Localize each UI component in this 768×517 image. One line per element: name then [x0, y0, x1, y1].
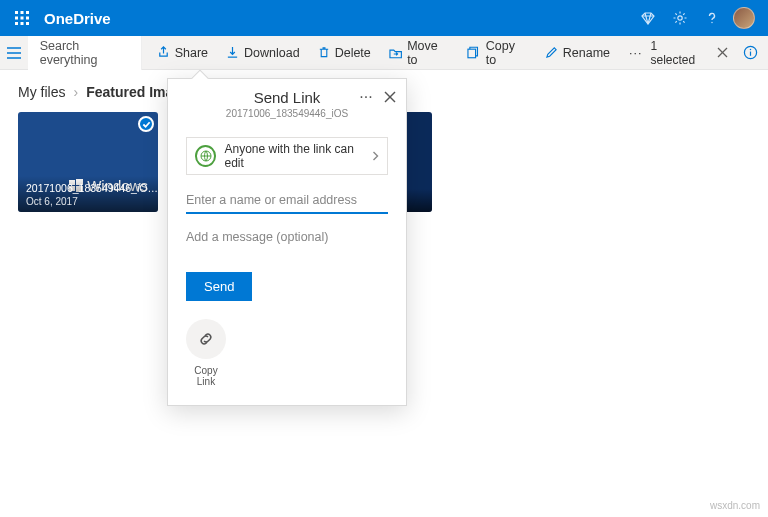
svg-rect-8: [26, 22, 29, 25]
send-link-dialog: Send Link 20171006_183549446_iOS ··· Any…: [167, 78, 407, 406]
close-icon: [384, 91, 396, 103]
svg-rect-1: [21, 11, 24, 14]
search-placeholder: Search everything: [40, 39, 129, 67]
dialog-close-button[interactable]: [380, 87, 400, 107]
premium-icon[interactable]: [632, 2, 664, 34]
rename-icon: [545, 46, 558, 59]
breadcrumb-current: Featured Ima: [86, 84, 173, 100]
copy-link-section: Copy Link: [186, 319, 388, 387]
breadcrumb-separator-icon: ›: [73, 84, 78, 100]
send-button[interactable]: Send: [186, 272, 252, 301]
svg-rect-2: [26, 11, 29, 14]
link-icon: [197, 330, 215, 348]
download-icon: [226, 46, 239, 59]
command-bar: Search everything Share Download Delete …: [0, 36, 768, 70]
svg-rect-5: [26, 17, 29, 20]
avatar-icon: [733, 7, 755, 29]
share-label: Share: [175, 46, 208, 60]
selection-check-icon[interactable]: [138, 116, 154, 132]
link-permission-selector[interactable]: Anyone with the link can edit: [186, 137, 388, 175]
info-pane-button[interactable]: [740, 43, 760, 63]
close-icon: [717, 47, 728, 58]
svg-rect-6: [15, 22, 18, 25]
nav-toggle-button[interactable]: [0, 47, 28, 59]
watermark: wsxdn.com: [710, 500, 760, 511]
file-date: Oct 6, 2017: [26, 196, 150, 207]
permission-label: Anyone with the link can edit: [224, 142, 372, 170]
copy-to-icon: [467, 46, 480, 59]
move-to-button[interactable]: Move to: [382, 35, 457, 71]
svg-rect-14: [468, 49, 476, 58]
svg-rect-7: [21, 22, 24, 25]
globe-icon: [195, 145, 216, 167]
app-title: OneDrive: [44, 10, 111, 27]
app-launcher-button[interactable]: [8, 4, 36, 32]
settings-icon[interactable]: [664, 2, 696, 34]
move-to-label: Move to: [407, 39, 449, 67]
svg-rect-0: [15, 11, 18, 14]
search-input[interactable]: Search everything: [28, 36, 142, 70]
copy-to-button[interactable]: Copy to: [460, 35, 533, 71]
download-label: Download: [244, 46, 300, 60]
selection-count: 1 selected: [651, 39, 705, 67]
breadcrumb-root[interactable]: My files: [18, 84, 65, 100]
app-header: OneDrive: [0, 0, 768, 36]
dialog-header: Send Link 20171006_183549446_iOS ···: [168, 79, 406, 127]
delete-icon: [318, 46, 330, 59]
copy-link-label: Copy Link: [186, 365, 226, 387]
delete-label: Delete: [335, 46, 371, 60]
copy-link-button[interactable]: [186, 319, 226, 359]
info-icon: [743, 45, 758, 60]
dialog-subtitle: 20171006_183549446_iOS: [176, 108, 398, 119]
share-button[interactable]: Share: [150, 42, 215, 64]
copy-to-label: Copy to: [486, 39, 527, 67]
file-tile[interactable]: Windows 20171006_183549446_iO… Oct 6, 20…: [18, 112, 158, 212]
tile-caption: 20171006_183549446_iO… Oct 6, 2017: [18, 176, 158, 212]
svg-point-10: [711, 22, 712, 23]
svg-rect-4: [21, 17, 24, 20]
chevron-right-icon: [372, 151, 379, 161]
rename-label: Rename: [563, 46, 610, 60]
dialog-overflow-button[interactable]: ···: [356, 87, 376, 107]
help-icon[interactable]: [696, 2, 728, 34]
svg-point-9: [678, 16, 682, 20]
clear-selection-button[interactable]: [713, 43, 733, 63]
delete-button[interactable]: Delete: [311, 42, 378, 64]
svg-point-19: [749, 49, 751, 51]
message-input[interactable]: [186, 226, 388, 248]
recipient-input[interactable]: [186, 189, 388, 214]
file-name: 20171006_183549446_iO…: [26, 182, 150, 194]
account-avatar[interactable]: [728, 2, 760, 34]
share-icon: [157, 46, 170, 59]
rename-button[interactable]: Rename: [538, 42, 617, 64]
download-button[interactable]: Download: [219, 42, 307, 64]
svg-rect-3: [15, 17, 18, 20]
move-to-icon: [389, 47, 402, 59]
overflow-button[interactable]: ···: [621, 42, 650, 64]
